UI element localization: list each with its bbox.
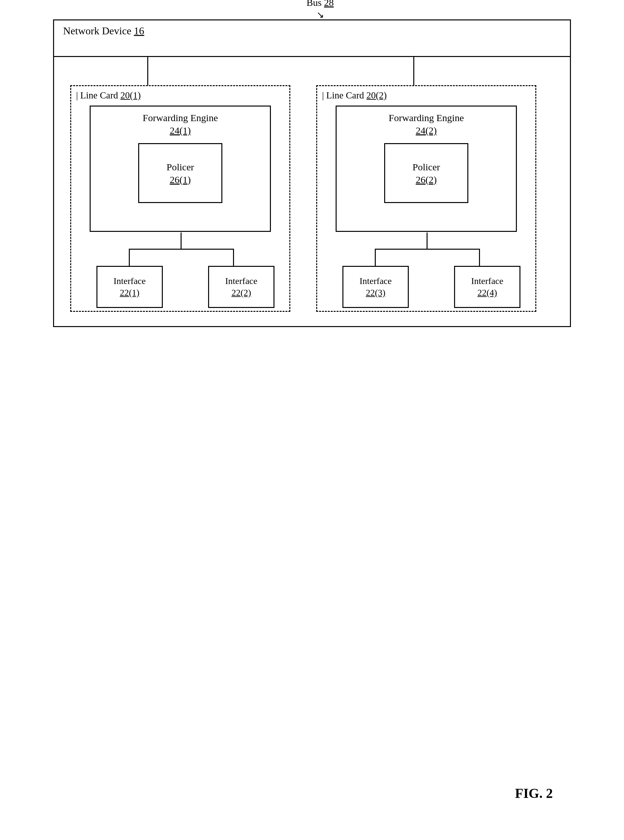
network-device-label: Network Device 16: [60, 25, 147, 37]
interface-22-4-label: Interface22(4): [471, 275, 503, 299]
forwarding-engine-1: Forwarding Engine24(1) Policer26(1): [90, 105, 271, 232]
policer-2-label: Policer26(2): [412, 161, 440, 186]
line-card-1: | Line Card 20(1) Forwarding Engine24(1)…: [70, 85, 290, 312]
forwarding-engine-2: Forwarding Engine24(2) Policer26(2): [336, 105, 517, 232]
policer-2: Policer26(2): [384, 143, 468, 203]
line-card-2-label: | Line Card 20(2): [320, 90, 388, 101]
interface-22-1: Interface22(1): [96, 266, 163, 308]
bus-connector-lc2: [413, 56, 414, 85]
interface-22-2-label: Interface22(2): [225, 275, 257, 299]
interface-22-1-label: Interface22(1): [114, 275, 146, 299]
forwarding-engine-1-label: Forwarding Engine24(1): [143, 111, 218, 137]
line-card-1-label: | Line Card 20(1): [74, 90, 142, 101]
fig-label: FIG. 2: [515, 786, 553, 801]
policer-1-label: Policer26(1): [167, 161, 194, 186]
line-card-2: | Line Card 20(2) Forwarding Engine24(2)…: [316, 85, 536, 312]
interface-22-2: Interface22(2): [208, 266, 275, 308]
policer-1: Policer26(1): [138, 143, 222, 203]
interface-22-4: Interface22(4): [454, 266, 521, 308]
interface-22-3-label: Interface22(3): [360, 275, 392, 299]
bus-label: Bus 28 ↘: [306, 0, 334, 20]
interface-22-3: Interface22(3): [343, 266, 409, 308]
forwarding-engine-2-label: Forwarding Engine24(2): [389, 111, 464, 137]
bus-line: [54, 56, 570, 57]
bus-connector-lc1: [147, 56, 148, 85]
network-device-box: Network Device 16 Bus 28 ↘ | Line Card 2…: [53, 19, 571, 327]
